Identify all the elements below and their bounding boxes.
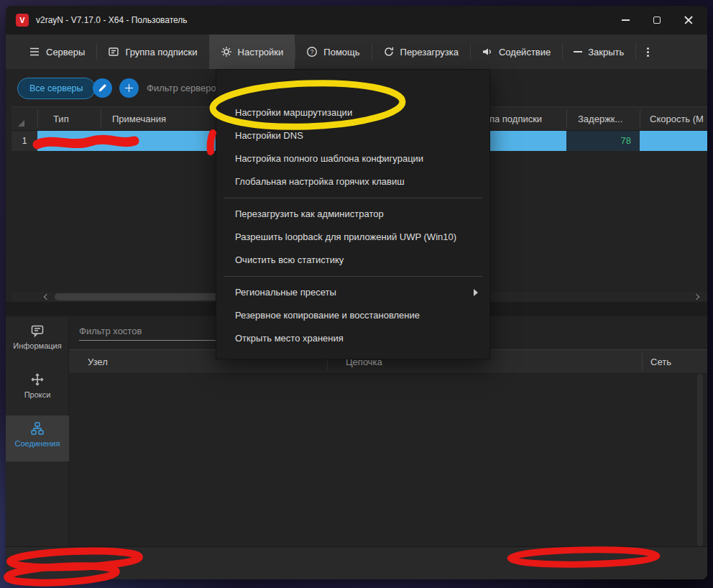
edit-server-button[interactable] xyxy=(93,78,112,98)
plus-icon xyxy=(125,84,133,92)
maximize-button[interactable] xyxy=(641,6,673,35)
menu-item-global-hotkeys[interactable]: Глобальная настройка горячих клавиш xyxy=(216,170,489,193)
menu-item-label: Содействие xyxy=(499,47,551,58)
sidebar-item-label: Соединения xyxy=(15,439,60,448)
add-server-button[interactable] xyxy=(119,78,139,98)
menu-item-label: Перезагрузка xyxy=(400,47,459,58)
all-servers-filter-chip[interactable]: Все серверы xyxy=(17,78,96,99)
close-button[interactable] xyxy=(673,6,704,35)
menu-item-label: Группа подписки xyxy=(125,47,197,58)
menu-item-clear-statistics[interactable]: Очистить всю статистику xyxy=(216,249,489,272)
menu-item-label: Серверы xyxy=(46,47,85,58)
v2rayn-window: V v2rayN - V7.17.0 - X64 - Пользователь … xyxy=(6,6,707,579)
menu-item-subscription-group[interactable]: Группа подписки xyxy=(96,35,208,69)
titlebar: V v2rayN - V7.17.0 - X64 - Пользователь xyxy=(6,6,707,35)
maximize-icon xyxy=(653,17,661,24)
connections-table-body xyxy=(69,374,707,546)
scroll-left-icon[interactable] xyxy=(44,294,50,300)
menu-item-promotion[interactable]: Содействие xyxy=(470,35,562,69)
menu-item-open-storage[interactable]: Открыть место хранения xyxy=(216,327,489,350)
menu-item-regional-presets[interactable]: Региональные пресеты xyxy=(216,281,489,304)
menu-item-reload[interactable]: Перезагрузка xyxy=(372,35,470,69)
menu-item-label: Настройки xyxy=(238,47,284,58)
vertical-scrollbar[interactable] xyxy=(697,374,703,546)
menubar: Серверы Группа подписки Настройки ? Помо… xyxy=(6,35,707,69)
sidebar-item-information[interactable]: Информация xyxy=(6,318,69,358)
menu-item-routing-settings[interactable]: Настройки маршрутизации xyxy=(216,101,489,124)
pencil-icon xyxy=(98,83,107,93)
kebab-icon xyxy=(647,51,649,53)
settings-gear-icon xyxy=(221,46,232,58)
column-header-remarks[interactable]: Примечания xyxy=(112,107,166,132)
close-icon xyxy=(684,15,694,25)
connections-nodes-icon xyxy=(30,421,45,436)
row-number-cell: 1 xyxy=(12,131,37,151)
menu-item-dns-settings[interactable]: Настройки DNS xyxy=(216,124,489,147)
menu-item-label: Закрыть xyxy=(588,47,624,58)
submenu-arrow-icon xyxy=(474,289,478,296)
sidebar-item-label: Информация xyxy=(13,341,61,350)
sidebar-item-proxies[interactable]: Прокси xyxy=(6,367,69,407)
svg-text:?: ? xyxy=(310,48,314,55)
menu-item-settings[interactable]: Настройки xyxy=(209,35,295,69)
menu-item-servers[interactable]: Серверы xyxy=(17,35,96,69)
sidebar-item-connections[interactable]: Соединения xyxy=(6,415,69,461)
menu-item-close[interactable]: Закрыть xyxy=(562,35,635,69)
select-all-corner-icon[interactable] xyxy=(18,120,24,127)
minus-icon xyxy=(574,51,582,52)
minimize-button[interactable] xyxy=(610,6,641,35)
proxies-arrows-icon xyxy=(30,372,45,387)
menu-separator xyxy=(224,198,482,198)
column-header-speed[interactable]: Скорость (М xyxy=(650,107,704,132)
lower-sidebar: Информация Прокси Соединения xyxy=(6,316,69,546)
row-selection-highlight-right xyxy=(640,131,707,151)
menu-item-label: Региональные пресеты xyxy=(235,287,336,298)
menu-item-uwp-loopback[interactable]: Разрешить loopback для приложений UWP (W… xyxy=(216,226,489,249)
column-header-network[interactable]: Сеть xyxy=(650,350,671,375)
menu-item-label: Помощь xyxy=(323,47,359,58)
menu-item-obscured[interactable] xyxy=(216,78,489,101)
menu-item-help[interactable]: ? Помощь xyxy=(295,35,371,69)
column-header-type[interactable]: Тип xyxy=(53,107,69,132)
column-header-host[interactable]: Узел xyxy=(88,350,108,375)
information-bubble-icon xyxy=(30,323,45,338)
scroll-right-icon[interactable] xyxy=(694,294,699,300)
menu-item-full-config-template[interactable]: Настройка полного шаблона конфигурации xyxy=(216,147,489,170)
window-title: v2rayN - V7.17.0 - X64 - Пользователь xyxy=(36,6,188,35)
more-menu-button[interactable] xyxy=(635,35,661,69)
sidebar-item-label: Прокси xyxy=(24,390,51,399)
subscription-group-icon xyxy=(108,46,119,58)
speaker-icon xyxy=(482,46,493,58)
reload-icon xyxy=(383,46,395,58)
help-icon: ? xyxy=(306,46,318,58)
menu-item-backup-restore[interactable]: Резервное копирование и восстановление xyxy=(216,304,489,327)
menu-item-restart-as-admin[interactable]: Перезагрузить как администратор xyxy=(216,203,489,226)
statusbar: Режим VPN Системный прокси Установить си… xyxy=(6,546,707,579)
row-delay-cell: 78 xyxy=(566,131,640,151)
minimize-icon xyxy=(622,19,630,21)
servers-icon xyxy=(29,46,40,58)
settings-dropdown-menu: Настройки маршрутизации Настройки DNS На… xyxy=(216,69,490,359)
column-header-delay[interactable]: Задержк... xyxy=(578,107,622,132)
app-logo-icon: V xyxy=(16,14,29,27)
menu-separator xyxy=(224,276,482,277)
